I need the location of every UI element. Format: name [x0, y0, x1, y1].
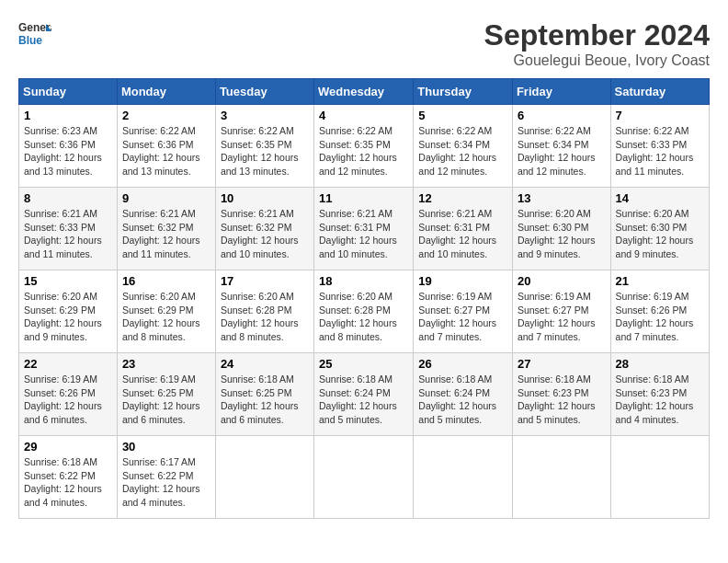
table-row	[414, 436, 513, 519]
table-row	[512, 436, 610, 519]
table-row: 30Sunrise: 6:17 AMSunset: 6:22 PMDayligh…	[117, 436, 215, 519]
title-area: September 2024 Gouelegui Beoue, Ivory Co…	[484, 18, 710, 69]
table-row: 23Sunrise: 6:19 AMSunset: 6:25 PMDayligh…	[117, 353, 215, 436]
table-row: 26Sunrise: 6:18 AMSunset: 6:24 PMDayligh…	[414, 353, 513, 436]
header-sunday: Sunday	[19, 79, 118, 105]
table-row: 2Sunrise: 6:22 AMSunset: 6:36 PMDaylight…	[117, 105, 215, 188]
table-row: 7Sunrise: 6:22 AMSunset: 6:33 PMDaylight…	[610, 105, 709, 188]
table-row: 20Sunrise: 6:19 AMSunset: 6:27 PMDayligh…	[512, 270, 610, 353]
table-row: 22Sunrise: 6:19 AMSunset: 6:26 PMDayligh…	[19, 353, 118, 436]
calendar-table: Sunday Monday Tuesday Wednesday Thursday…	[18, 78, 710, 519]
header-friday: Friday	[512, 79, 610, 105]
logo: General Blue	[18, 18, 51, 52]
table-row: 4Sunrise: 6:22 AMSunset: 6:35 PMDaylight…	[314, 105, 414, 188]
table-row: 27Sunrise: 6:18 AMSunset: 6:23 PMDayligh…	[512, 353, 610, 436]
table-row: 24Sunrise: 6:18 AMSunset: 6:25 PMDayligh…	[215, 353, 313, 436]
table-row	[314, 436, 414, 519]
table-row: 9Sunrise: 6:21 AMSunset: 6:32 PMDaylight…	[117, 188, 215, 270]
table-row: 19Sunrise: 6:19 AMSunset: 6:27 PMDayligh…	[414, 270, 513, 353]
logo-svg: General Blue	[18, 18, 51, 52]
table-row: 18Sunrise: 6:20 AMSunset: 6:28 PMDayligh…	[314, 270, 414, 353]
table-row: 12Sunrise: 6:21 AMSunset: 6:31 PMDayligh…	[414, 188, 513, 270]
location-title: Gouelegui Beoue, Ivory Coast	[484, 52, 710, 69]
month-title: September 2024	[484, 18, 710, 52]
calendar-header-row: Sunday Monday Tuesday Wednesday Thursday…	[19, 79, 710, 105]
table-row: 15Sunrise: 6:20 AMSunset: 6:29 PMDayligh…	[19, 270, 118, 353]
header-thursday: Thursday	[414, 79, 513, 105]
table-row: 25Sunrise: 6:18 AMSunset: 6:24 PMDayligh…	[314, 353, 414, 436]
table-row: 1Sunrise: 6:23 AMSunset: 6:36 PMDaylight…	[19, 105, 118, 188]
table-row: 8Sunrise: 6:21 AMSunset: 6:33 PMDaylight…	[19, 188, 118, 270]
table-row: 17Sunrise: 6:20 AMSunset: 6:28 PMDayligh…	[215, 270, 313, 353]
table-row	[610, 436, 709, 519]
header-monday: Monday	[117, 79, 215, 105]
svg-text:Blue: Blue	[18, 34, 42, 47]
table-row	[215, 436, 313, 519]
table-row: 14Sunrise: 6:20 AMSunset: 6:30 PMDayligh…	[610, 188, 709, 270]
table-row: 21Sunrise: 6:19 AMSunset: 6:26 PMDayligh…	[610, 270, 709, 353]
table-row: 3Sunrise: 6:22 AMSunset: 6:35 PMDaylight…	[215, 105, 313, 188]
table-row: 29Sunrise: 6:18 AMSunset: 6:22 PMDayligh…	[19, 436, 118, 519]
table-row: 5Sunrise: 6:22 AMSunset: 6:34 PMDaylight…	[414, 105, 513, 188]
table-row: 13Sunrise: 6:20 AMSunset: 6:30 PMDayligh…	[512, 188, 610, 270]
table-row: 16Sunrise: 6:20 AMSunset: 6:29 PMDayligh…	[117, 270, 215, 353]
page-header: General Blue September 2024 Gouelegui Be…	[18, 18, 710, 69]
table-row: 28Sunrise: 6:18 AMSunset: 6:23 PMDayligh…	[610, 353, 709, 436]
table-row: 10Sunrise: 6:21 AMSunset: 6:32 PMDayligh…	[215, 188, 313, 270]
table-row: 6Sunrise: 6:22 AMSunset: 6:34 PMDaylight…	[512, 105, 610, 188]
table-row: 11Sunrise: 6:21 AMSunset: 6:31 PMDayligh…	[314, 188, 414, 270]
header-saturday: Saturday	[610, 79, 709, 105]
header-tuesday: Tuesday	[215, 79, 313, 105]
header-wednesday: Wednesday	[314, 79, 414, 105]
